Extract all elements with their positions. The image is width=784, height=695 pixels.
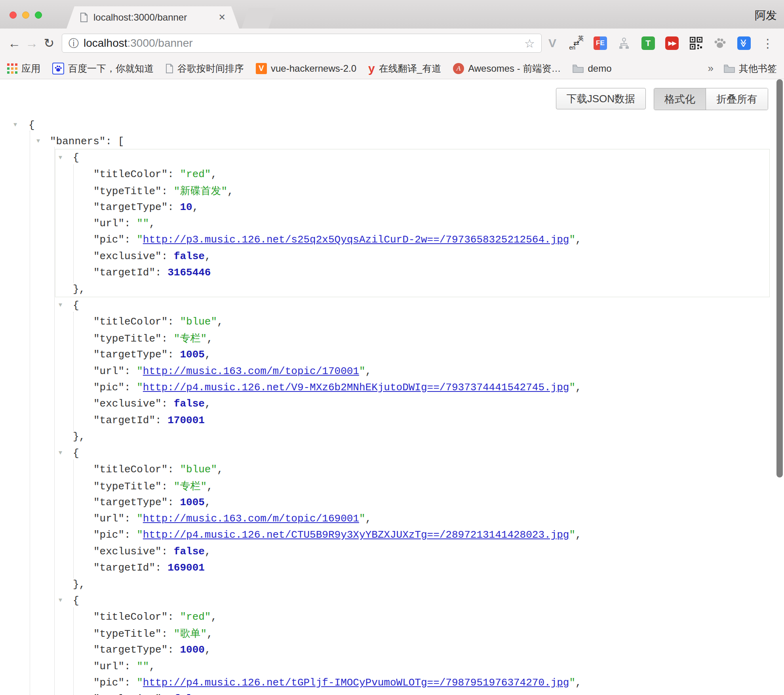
zoom-window-button[interactable]	[35, 11, 42, 19]
bookmark-youdao[interactable]: y 在线翻译_有道	[368, 62, 441, 75]
close-window-button[interactable]	[10, 11, 17, 19]
bookmark-label: vue-hackernews-2.0	[271, 63, 356, 74]
bookmark-baidu[interactable]: 百度一下，你就知道	[52, 62, 154, 75]
download-icon[interactable]: ≫	[736, 35, 752, 52]
fehelper-icon[interactable]: FE	[592, 35, 609, 52]
paw-icon[interactable]	[712, 35, 728, 52]
json-key: "targetId"	[93, 562, 155, 574]
json-token: {	[73, 447, 79, 459]
browser-tab[interactable]: localhost:3000/banner ✕	[67, 6, 239, 29]
address-bar[interactable]: ⓘ localhost:3000/banner ☆	[62, 34, 542, 53]
bookmark-apps[interactable]: 应用	[7, 62, 40, 75]
qrcode-icon[interactable]	[688, 35, 704, 52]
bookmark-awesomes[interactable]: A Awesomes - 前端资…	[453, 62, 561, 75]
json-key: "pic"	[93, 529, 124, 541]
apps-grid-icon	[7, 63, 17, 74]
json-token: ,	[575, 382, 582, 393]
json-token: ,	[211, 611, 217, 623]
vue-icon[interactable]: V	[544, 35, 561, 52]
collapse-toggle-icon[interactable]: ▼	[59, 155, 62, 161]
json-token: :	[162, 398, 174, 410]
json-link[interactable]: http://music.163.com/m/topic/169001	[143, 513, 359, 525]
json-token: :	[162, 185, 174, 197]
bookmark-demo-folder[interactable]: demo	[573, 63, 611, 74]
json-token: ,	[207, 481, 213, 493]
json-key: "typeTitle"	[93, 628, 162, 640]
bookmark-star-icon[interactable]: ☆	[524, 36, 535, 50]
profile-name[interactable]: 阿发	[755, 8, 777, 23]
json-token: "	[137, 365, 143, 377]
json-token: ,	[205, 644, 211, 656]
json-link[interactable]: http://p4.music.126.net/V9-MXz6b2MNhEKju…	[143, 382, 569, 393]
download-json-button[interactable]: 下载JSON数据	[556, 88, 646, 109]
vue-orange-icon: V	[256, 63, 267, 74]
json-line: "pic": "http://p4.music.126.net/V9-MXz6b…	[0, 379, 784, 395]
json-line: "targetType": 1005,	[0, 346, 784, 363]
json-link[interactable]: http://p4.music.126.net/CTU5B9R9y3XyYBZX…	[143, 529, 569, 541]
fastforward-icon[interactable]: ▶▶	[664, 35, 680, 52]
traffic-lights	[10, 11, 42, 19]
json-line: "pic": "http://p3.music.126.net/s25q2x5Q…	[0, 232, 784, 248]
tampermonkey-icon[interactable]: T	[640, 35, 657, 52]
json-key: "targetType"	[93, 644, 167, 656]
json-key: "titleColor"	[93, 611, 167, 623]
json-token: },	[73, 579, 85, 590]
awesomes-icon: A	[453, 63, 464, 74]
back-icon[interactable]: ←	[6, 36, 23, 51]
json-token: {	[73, 595, 79, 607]
json-token: :	[124, 218, 137, 229]
json-token: ,	[217, 316, 223, 328]
tab-close-icon[interactable]: ✕	[219, 12, 226, 23]
extensions-row: V ⇄ en 英 FE T ▶▶ ≫ ⋮	[542, 35, 778, 52]
collapse-toggle-icon[interactable]: ▼	[36, 138, 40, 145]
translate-zh-label: 英	[578, 35, 584, 42]
collapse-all-button[interactable]: 折叠所有	[706, 88, 768, 110]
collapse-toggle-icon[interactable]: ▼	[13, 122, 17, 128]
bookmark-vue-hackernews[interactable]: V vue-hackernews-2.0	[256, 63, 356, 74]
menu-icon[interactable]: ⋮	[759, 35, 776, 52]
json-token: :	[167, 496, 180, 508]
new-tab-button[interactable]	[242, 8, 276, 29]
sitemap-icon[interactable]	[616, 35, 632, 52]
other-bookmarks-folder[interactable]: 其他书签	[724, 62, 777, 75]
json-token: :	[167, 201, 180, 213]
scrollbar-thumb[interactable]	[776, 79, 783, 477]
json-token: "专栏"	[174, 481, 207, 493]
json-key: "exclusive"	[93, 250, 162, 262]
reload-icon[interactable]: ↻	[40, 36, 58, 51]
json-token: false	[174, 398, 205, 410]
json-token: },	[73, 283, 85, 295]
collapse-toggle-icon[interactable]: ▼	[59, 302, 62, 309]
collapse-toggle-icon[interactable]: ▼	[59, 450, 62, 456]
bookmark-google-sort[interactable]: 谷歌按时间排序	[166, 62, 244, 75]
format-button[interactable]: 格式化	[654, 88, 706, 110]
json-token: 170001	[167, 414, 205, 426]
collapse-toggle-icon[interactable]: ▼	[59, 597, 62, 604]
json-key: "titleColor"	[93, 168, 167, 180]
json-token: ,	[205, 546, 211, 558]
bookmarks-overflow-icon[interactable]: »	[708, 62, 714, 74]
json-line: "typeTitle": "新碟首发",	[0, 183, 784, 199]
forward-icon[interactable]: →	[23, 36, 40, 51]
minimize-window-button[interactable]	[22, 11, 29, 19]
json-token: :	[124, 661, 137, 672]
json-line: "titleColor": "blue",	[0, 314, 784, 330]
json-link[interactable]: http://p4.music.126.net/tGPljf-IMOCyPvum…	[143, 677, 569, 689]
json-token: :	[155, 414, 167, 426]
json-line: "targetId": 3165446	[0, 265, 784, 281]
json-line: "titleColor": "red",	[0, 166, 784, 182]
info-icon[interactable]: ⓘ	[69, 36, 79, 50]
json-key: "pic"	[93, 234, 124, 246]
json-token: ,	[575, 234, 582, 246]
url-text[interactable]: localhost:3000/banner	[84, 37, 519, 50]
json-link[interactable]: http://music.163.com/m/topic/170001	[143, 365, 359, 377]
json-tree: ▼{▼"banners": [▼{"titleColor": "red","ty…	[0, 117, 784, 695]
translate-icon[interactable]: ⇄ en 英	[568, 35, 584, 52]
json-line: "url": "",	[0, 658, 784, 674]
json-line: "targetId": 170001	[0, 412, 784, 428]
bookmark-label: 其他书签	[739, 62, 777, 75]
json-token: "歌单"	[174, 628, 207, 640]
json-link[interactable]: http://p3.music.126.net/s25q2x5QyqsAzilC…	[143, 234, 569, 246]
json-key: "url"	[93, 365, 124, 377]
json-line: "titleColor": "blue",	[0, 461, 784, 477]
